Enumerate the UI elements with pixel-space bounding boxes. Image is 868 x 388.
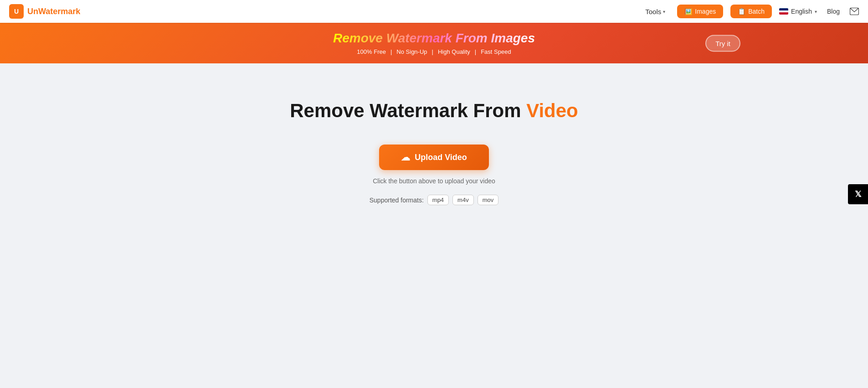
logo-icon: U xyxy=(9,4,24,19)
twitter-button[interactable]: 𝕏 xyxy=(848,184,868,204)
separator-1: | xyxy=(390,48,392,55)
batch-icon: 📋 xyxy=(738,8,745,15)
format-mov: mov xyxy=(478,195,499,205)
upload-hint: Click the button above to upload your vi… xyxy=(373,177,495,185)
mail-button[interactable] xyxy=(850,8,859,15)
flag-icon xyxy=(779,8,788,15)
banner-content: Remove Watermark From Images 100% Free |… xyxy=(333,31,535,55)
images-button[interactable]: 🖼️ Images xyxy=(677,5,723,18)
separator-3: | xyxy=(475,48,476,55)
logo-suffix: Watermark xyxy=(38,7,80,16)
banner: Remove Watermark From Images 100% Free |… xyxy=(0,23,868,63)
main-title: Remove Watermark From Video xyxy=(290,100,578,122)
tools-label: Tools xyxy=(645,8,661,16)
upload-area: ☁ Upload Video Click the button above to… xyxy=(370,145,498,205)
images-button-label: Images xyxy=(695,8,716,15)
separator-2: | xyxy=(432,48,433,55)
banner-subtitle-free: 100% Free xyxy=(357,48,386,55)
batch-button[interactable]: 📋 Batch xyxy=(730,5,772,18)
logo-prefix: Un xyxy=(27,7,38,16)
logo-text: UnWatermark xyxy=(27,7,80,16)
upload-button-label: Upload Video xyxy=(415,153,467,162)
main-title-prefix: Remove Watermark From xyxy=(290,100,526,121)
blog-link[interactable]: Blog xyxy=(824,5,842,18)
banner-subtitle-signup: No Sign-Up xyxy=(396,48,427,55)
banner-subtitle-quality: High Quality xyxy=(438,48,470,55)
formats-label: Supported formats: xyxy=(370,197,424,204)
format-mp4: mp4 xyxy=(427,195,449,205)
formats-row: Supported formats: mp4 m4v mov xyxy=(370,195,498,205)
banner-subtitle: 100% Free | No Sign-Up | High Quality | … xyxy=(333,48,535,55)
tools-menu[interactable]: Tools ▾ xyxy=(641,5,670,18)
logo[interactable]: U UnWatermark xyxy=(9,4,80,19)
language-selector[interactable]: English ▾ xyxy=(779,8,817,15)
banner-subtitle-speed: Fast Speed xyxy=(481,48,511,55)
navbar: U UnWatermark Tools ▾ 🖼️ Images 📋 Batch … xyxy=(0,0,868,23)
language-label: English xyxy=(791,8,812,15)
format-m4v: m4v xyxy=(452,195,474,205)
images-icon: 🖼️ xyxy=(684,8,692,15)
batch-button-label: Batch xyxy=(748,8,765,15)
mail-icon xyxy=(850,8,859,15)
main-content: Remove Watermark From Video ☁ Upload Vid… xyxy=(0,63,868,346)
upload-cloud-icon: ☁ xyxy=(401,152,410,163)
navbar-right: Tools ▾ 🖼️ Images 📋 Batch English ▾ Blog xyxy=(641,5,859,18)
try-it-button[interactable]: Try it xyxy=(705,35,740,52)
chevron-down-icon: ▾ xyxy=(663,9,665,14)
banner-title: Remove Watermark From Images xyxy=(333,31,535,46)
upload-button[interactable]: ☁ Upload Video xyxy=(379,145,489,170)
twitter-icon: 𝕏 xyxy=(855,189,862,199)
lang-chevron-icon: ▾ xyxy=(815,9,817,14)
main-title-highlight: Video xyxy=(526,100,578,121)
